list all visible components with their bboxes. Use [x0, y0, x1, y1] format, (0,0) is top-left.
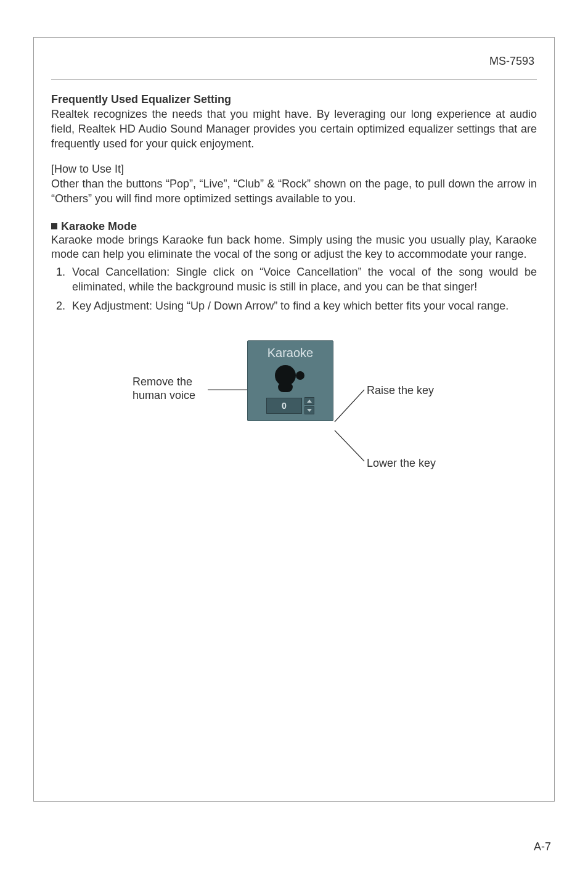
karaoke-title-text: Karaoke Mode [61, 220, 137, 232]
karaoke-list: Vocal Cancellation: Single click on “Voi… [51, 265, 537, 313]
eq-paragraph: Realtek recognizes the needs that you mi… [51, 107, 537, 151]
eq-section-title: Frequently Used Equalizer Setting [51, 93, 537, 106]
howto-title: [How to Use It] [51, 162, 537, 177]
page-number: A-7 [534, 840, 551, 853]
bullet-square-icon [51, 223, 57, 229]
raise-key-button[interactable] [304, 397, 314, 405]
list-item: Vocal Cancellation: Single click on “Voi… [68, 265, 537, 295]
lower-key-button[interactable] [304, 406, 314, 414]
chevron-down-icon [307, 409, 312, 412]
svg-line-2 [335, 430, 364, 461]
key-stepper: 0 [266, 397, 314, 414]
label-lower-key: Lower the key [367, 456, 436, 470]
label-remove-voice: Remove the human voice [133, 375, 213, 403]
list-item: Key Adjustment: Using “Up / Down Arrow” … [68, 298, 537, 313]
karaoke-paragraph: Karaoke mode brings Karaoke fun back hom… [51, 233, 537, 263]
chevron-up-icon [307, 400, 312, 403]
label-raise-key: Raise the key [367, 384, 434, 398]
key-arrows [304, 397, 314, 414]
karaoke-section-title: Karaoke Mode [51, 220, 537, 233]
svg-line-1 [335, 390, 364, 422]
header-divider [51, 79, 537, 80]
howto-body: Other than the buttons “Pop”, “Live”, “C… [51, 177, 537, 207]
model-number: MS-7593 [51, 55, 534, 68]
karaoke-widget: Karaoke 0 [247, 340, 333, 421]
key-value: 0 [266, 398, 302, 414]
karaoke-figure: Remove the human voice Karaoke 0 Raise t… [51, 334, 537, 495]
karaoke-widget-title: Karaoke [267, 346, 314, 360]
singer-icon[interactable] [274, 364, 307, 392]
